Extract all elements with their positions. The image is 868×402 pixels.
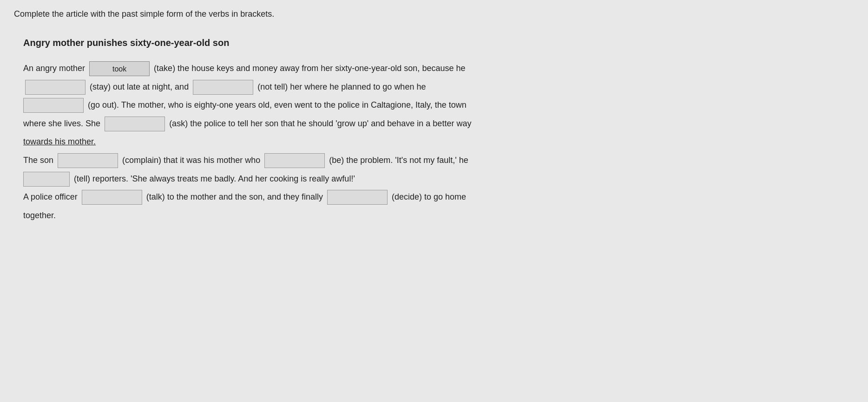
sentence2-mid: (stay) out late at night, and [90,82,189,91]
article-title: Angry mother punishes sixty-one-year-old… [23,38,841,48]
sentence3: (go out). The mother, who is eighty-one … [88,100,467,110]
answer-box-7[interactable] [264,153,325,168]
sentence8-post: (decide) to go home [392,192,466,201]
sentence4-post: (ask) the police to tell her son that he… [169,119,471,128]
sentence1-pre: An angry mother [23,64,85,73]
answer-box-1[interactable]: took [89,61,150,76]
sentence6-post: (be) the problem. 'It's not my fault,' h… [329,156,468,165]
instruction-text: Complete the article with the past simpl… [14,9,854,19]
answer-box-9[interactable] [82,190,142,205]
answer-box-2[interactable] [25,80,85,95]
sentence1-post: (take) the house keys and money away fro… [154,64,465,73]
sentence8-pre: A police officer [23,192,78,201]
article-container: Angry mother punishes sixty-one-year-old… [14,33,850,234]
answer-box-8[interactable] [23,172,70,187]
sentence9: together. [23,211,56,220]
sentence7: (tell) reporters. 'She always treats me … [74,174,355,183]
sentence4-pre: where she lives. She [23,119,100,128]
answer-box-4[interactable] [23,98,84,113]
answer-box-10[interactable] [327,190,388,205]
answer-box-5[interactable] [105,117,165,131]
sentence6-mid: (complain) that it was his mother who [122,156,260,165]
sentence8-mid: (talk) to the mother and the son, and th… [146,192,323,201]
sentence5: towards his mother. [23,137,96,146]
answer-box-3[interactable] [193,80,253,95]
sentence2-post: (not tell) her where he planned to go wh… [257,82,426,91]
article-body: An angry mother took (take) the house ke… [23,59,841,225]
sentence6-pre: The son [23,156,53,165]
answer-box-6[interactable] [58,153,118,168]
